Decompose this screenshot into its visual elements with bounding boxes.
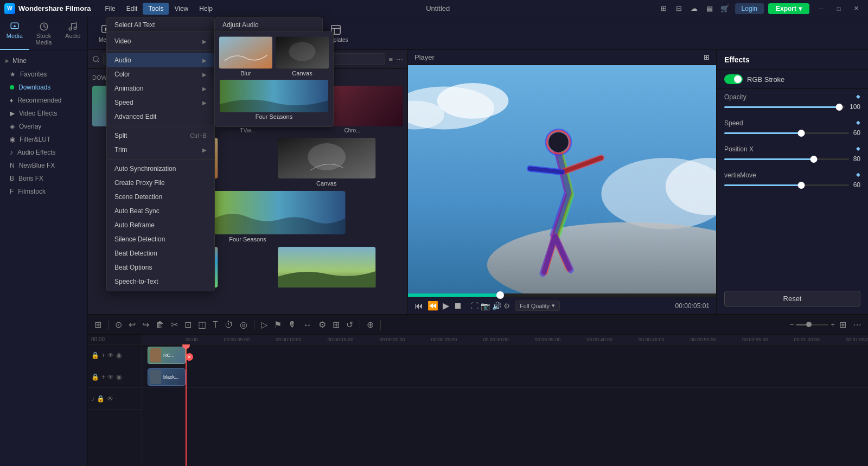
video-arrow: ▶ bbox=[202, 39, 207, 44]
seasons-quick-thumb bbox=[219, 80, 329, 112]
select-all-label: Select All Text bbox=[114, 21, 155, 29]
silence-label: Silence Detection bbox=[114, 235, 165, 243]
tools-silence-item[interactable]: Silence Detection bbox=[107, 232, 214, 246]
tools-trim-item[interactable]: Trim ▶ bbox=[107, 143, 214, 157]
effects-quick-panel: Blur Canvas bbox=[214, 31, 334, 127]
tools-speed-label: Speed bbox=[114, 99, 133, 106]
tools-reframe-item[interactable]: Auto Reframe bbox=[107, 218, 214, 232]
tools-menu-section-2: Audio ▶ Color ▶ Animation ▶ Speed ▶ Adva… bbox=[107, 51, 214, 126]
tools-scene-item[interactable]: Scene Detection bbox=[107, 190, 214, 204]
tools-advanced-edit-item[interactable]: Advanced Edit bbox=[107, 110, 214, 124]
beat-opts-label: Beat Options bbox=[114, 264, 152, 271]
blur-quick-label: Blur bbox=[219, 70, 272, 76]
tools-menu-section-4: Auto Synchronization Create Proxy File S… bbox=[107, 159, 214, 291]
canvas-quick-thumb bbox=[276, 36, 329, 69]
color-arrow: ▶ bbox=[202, 72, 207, 78]
split-shortcut: Ctrl+B bbox=[190, 132, 207, 139]
seasons-quick-label: Four Seasons bbox=[219, 113, 329, 120]
canvas-quick-item[interactable]: Canvas bbox=[276, 36, 329, 76]
tools-trim-label: Trim bbox=[114, 146, 127, 154]
svg-rect-38 bbox=[219, 37, 272, 69]
tools-animation-item[interactable]: Animation ▶ bbox=[107, 81, 214, 95]
blur-quick-item[interactable]: Blur bbox=[219, 36, 272, 76]
tools-proxy-item[interactable]: Create Proxy File bbox=[107, 176, 214, 190]
seasons-quick-item[interactable]: Four Seasons bbox=[219, 80, 329, 120]
beat-sync-label: Auto Beat Sync bbox=[114, 207, 159, 215]
tools-menu-section-3: Split Ctrl+B Trim ▶ bbox=[107, 126, 214, 159]
tools-split-item[interactable]: Split Ctrl+B bbox=[107, 129, 214, 143]
beat-detect-label: Beat Detection bbox=[114, 250, 157, 257]
effects-grid-row1: Blur Canvas bbox=[219, 36, 329, 76]
proxy-label: Create Proxy File bbox=[114, 179, 165, 187]
speed-arrow: ▶ bbox=[202, 100, 207, 106]
tools-audio-item[interactable]: Audio ▶ bbox=[107, 53, 214, 67]
auto-sync-label: Auto Synchronization bbox=[114, 165, 176, 173]
adjust-audio-label: Adjust Audio bbox=[222, 21, 259, 29]
blur-quick-thumb bbox=[219, 36, 272, 69]
tools-beat-opts-item[interactable]: Beat Options bbox=[107, 260, 214, 275]
tools-animation-label: Animation bbox=[114, 85, 143, 92]
tools-beat-detect-item[interactable]: Beat Detection bbox=[107, 246, 214, 260]
tools-color-label: Color bbox=[114, 71, 130, 78]
tools-video-label: Video bbox=[114, 37, 131, 45]
tools-video-item[interactable]: Video ▶ bbox=[107, 34, 214, 48]
animation-arrow: ▶ bbox=[202, 86, 207, 92]
tools-color-item[interactable]: Color ▶ bbox=[107, 67, 214, 81]
tools-audio-label: Audio bbox=[114, 56, 131, 64]
scene-label: Scene Detection bbox=[114, 193, 162, 201]
canvas-quick-label: Canvas bbox=[276, 70, 329, 76]
tools-dropdown-menu: Video ▶ Audio ▶ Color ▶ Animation ▶ Spee… bbox=[106, 31, 215, 291]
trim-arrow: ▶ bbox=[202, 147, 207, 153]
dropdown-overlay[interactable]: Select All Text Video ▶ Audio ▶ Color ▶ … bbox=[0, 0, 868, 466]
audio-arrow: ▶ bbox=[202, 58, 207, 63]
tools-advanced-label: Advanced Edit bbox=[114, 113, 156, 120]
tools-auto-sync-item[interactable]: Auto Synchronization bbox=[107, 162, 214, 176]
speech-label: Speech-to-Text bbox=[114, 278, 158, 285]
tools-menu-section-1: Video ▶ bbox=[107, 32, 214, 51]
reframe-label: Auto Reframe bbox=[114, 221, 155, 229]
tools-speech-item[interactable]: Speech-to-Text bbox=[107, 275, 214, 289]
tools-split-label: Split bbox=[114, 132, 127, 139]
select-all-text-item[interactable]: Select All Text bbox=[106, 17, 215, 33]
tools-beat-sync-item[interactable]: Auto Beat Sync bbox=[107, 204, 214, 218]
tools-speed-item[interactable]: Speed ▶ bbox=[107, 95, 214, 110]
svg-point-40 bbox=[289, 42, 316, 61]
adjust-audio-item[interactable]: Adjust Audio bbox=[215, 18, 322, 32]
